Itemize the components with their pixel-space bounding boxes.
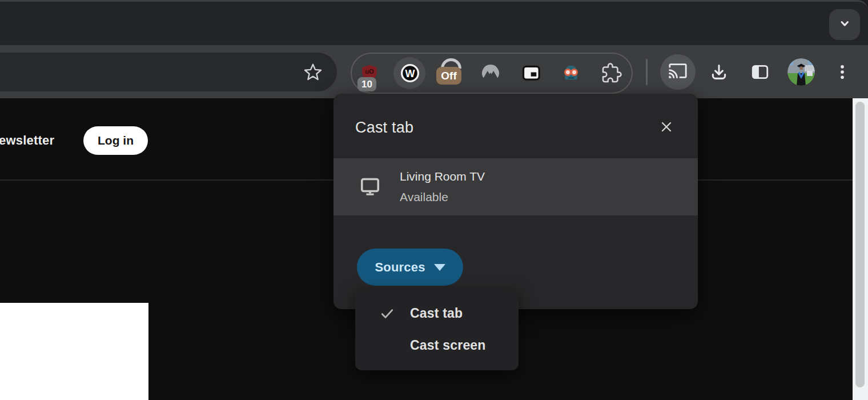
honey-off-badge: Off xyxy=(436,67,461,85)
adblock-extension-icon[interactable]: uO 10 xyxy=(356,57,383,90)
browser-menu-button[interactable] xyxy=(833,62,852,82)
avatar-photo xyxy=(787,58,815,86)
chevron-down-icon xyxy=(836,15,853,34)
page-newsletter-link[interactable]: ewsletter xyxy=(0,133,54,148)
cast-device-status: Available xyxy=(400,187,485,207)
cast-icon xyxy=(668,61,688,83)
three-dot-menu-icon xyxy=(833,74,852,83)
menu-item-cast-tab[interactable]: Cast tab xyxy=(355,298,519,330)
cast-dialog-close-button[interactable] xyxy=(659,119,674,134)
cast-dialog-title: Cast tab xyxy=(355,119,413,137)
caret-down-icon xyxy=(434,264,445,271)
extensions-container: uO 10 W Off xyxy=(351,53,633,94)
nordvpn-extension-icon[interactable] xyxy=(477,57,504,90)
browser-window: uO 10 W Off xyxy=(0,0,868,400)
menu-item-label: Cast tab xyxy=(410,306,463,321)
tabstrip-collapse-button[interactable] xyxy=(829,9,860,40)
tab-strip xyxy=(0,0,868,45)
cast-button[interactable] xyxy=(660,54,696,90)
picture-in-picture-extension-icon[interactable] xyxy=(518,57,544,90)
downloads-button[interactable] xyxy=(709,62,729,82)
adblock-badge: 10 xyxy=(357,77,376,91)
extensions-puzzle-icon[interactable] xyxy=(598,57,625,90)
checkmark-icon xyxy=(379,306,395,322)
cast-device-row[interactable]: Living Room TV Available xyxy=(333,158,698,215)
login-button[interactable]: Log in xyxy=(83,126,148,155)
windscribe-extension-icon[interactable]: W xyxy=(397,57,423,90)
page-image-placeholder xyxy=(0,303,148,400)
scrollbar-thumb[interactable] xyxy=(855,102,865,387)
scrollbar-track[interactable] xyxy=(853,98,868,400)
sources-button-label: Sources xyxy=(375,260,425,275)
address-bar[interactable] xyxy=(0,53,337,91)
sources-dropdown-button[interactable]: Sources xyxy=(357,249,463,286)
tv-display-icon xyxy=(360,175,380,198)
menu-item-label: Cast screen xyxy=(410,338,486,353)
browser-toolbar: uO 10 W Off xyxy=(0,45,868,98)
sources-menu: Cast tab Cast screen xyxy=(355,289,519,370)
svg-text:W: W xyxy=(405,68,415,79)
download-icon xyxy=(709,74,729,83)
cast-device-info: Living Room TV Available xyxy=(400,166,485,207)
cast-device-name: Living Room TV xyxy=(400,166,485,187)
robot-glasses-extension-icon[interactable] xyxy=(558,57,584,90)
menu-item-cast-screen[interactable]: Cast screen xyxy=(355,330,519,362)
honey-extension-icon[interactable]: Off xyxy=(437,57,463,90)
svg-text:uO: uO xyxy=(365,68,374,75)
side-panel-button[interactable] xyxy=(750,62,770,82)
cast-dialog: Cast tab Living Room TV Available Source… xyxy=(333,94,698,309)
side-panel-icon xyxy=(750,74,770,83)
bookmark-star-icon[interactable] xyxy=(303,62,323,82)
profile-avatar[interactable] xyxy=(787,58,815,86)
close-icon xyxy=(659,126,674,136)
toolbar-divider xyxy=(646,59,648,85)
